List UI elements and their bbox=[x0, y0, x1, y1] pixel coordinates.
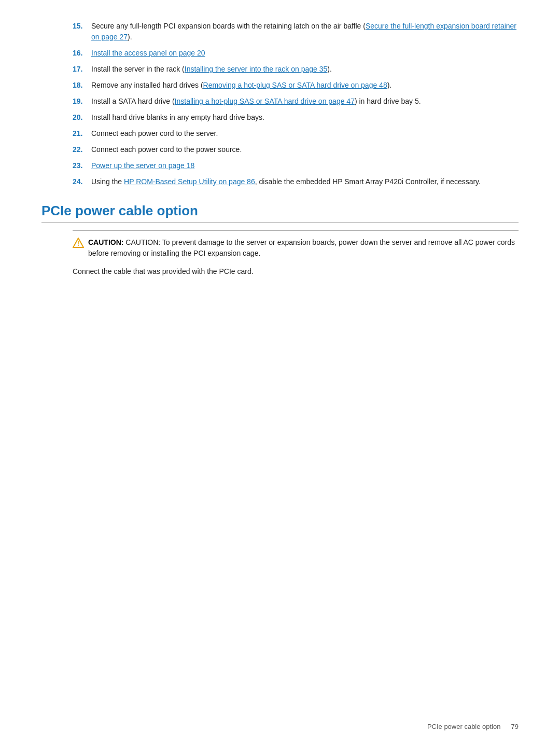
list-content-24: Using the HP ROM-Based Setup Utility on … bbox=[91, 176, 519, 187]
list-item-20: 20. Install hard drive blanks in any emp… bbox=[73, 112, 519, 123]
list-content-21: Connect each power cord to the server. bbox=[91, 128, 519, 139]
list-number-19: 19. bbox=[73, 96, 91, 107]
list-number-17: 17. bbox=[73, 64, 91, 75]
list-number-18: 18. bbox=[73, 80, 91, 91]
svg-text:!: ! bbox=[77, 240, 79, 247]
list-content-16: Install the access panel on page 20 bbox=[91, 48, 519, 59]
list-text-before-15: Secure any full-length PCI expansion boa… bbox=[91, 22, 366, 30]
list-item-24: 24. Using the HP ROM-Based Setup Utility… bbox=[73, 176, 519, 187]
footer: PCIe power cable option 79 bbox=[427, 723, 519, 730]
page-container: 15. Secure any full-length PCI expansion… bbox=[0, 0, 560, 746]
list-number-15: 15. bbox=[73, 21, 91, 43]
list-item-23: 23. Power up the server on page 18 bbox=[73, 160, 519, 171]
list-content-18: Remove any installed hard drives (Removi… bbox=[91, 80, 519, 91]
list-text-20: Install hard drive blanks in any empty h… bbox=[91, 113, 264, 121]
caution-body: CAUTION: To prevent damage to the server… bbox=[88, 238, 515, 257]
list-number-23: 23. bbox=[73, 160, 91, 171]
list-content-22: Connect each power cord to the power sou… bbox=[91, 144, 519, 155]
list-number-24: 24. bbox=[73, 176, 91, 187]
caution-box: ! CAUTION: CAUTION: To prevent damage to… bbox=[73, 237, 519, 259]
list-number-22: 22. bbox=[73, 144, 91, 155]
list-text-before-24: Using the bbox=[91, 177, 124, 186]
list-text-21: Connect each power cord to the server. bbox=[91, 129, 218, 137]
list-text-after-15: ). bbox=[128, 33, 132, 41]
list-content-20: Install hard drive blanks in any empty h… bbox=[91, 112, 519, 123]
list-content-23: Power up the server on page 18 bbox=[91, 160, 519, 171]
list-text-after-17: ). bbox=[327, 65, 332, 73]
list-item-22: 22. Connect each power cord to the power… bbox=[73, 144, 519, 155]
list-link-18[interactable]: Removing a hot-plug SAS or SATA hard dri… bbox=[203, 81, 387, 89]
list-item-15: 15. Secure any full-length PCI expansion… bbox=[73, 21, 519, 43]
list-link-23[interactable]: Power up the server on page 18 bbox=[91, 161, 194, 170]
list-link-24[interactable]: HP ROM-Based Setup Utility on page 86 bbox=[124, 177, 255, 186]
footer-section-label: PCIe power cable option bbox=[427, 723, 501, 730]
list-number-20: 20. bbox=[73, 112, 91, 123]
section-heading: PCIe power cable option bbox=[41, 203, 519, 223]
list-text-after-18: ). bbox=[387, 81, 392, 89]
list-text-before-17: Install the server in the rack ( bbox=[91, 65, 185, 73]
list-link-17[interactable]: Installing the server into the rack on p… bbox=[185, 65, 328, 73]
list-item-21: 21. Connect each power cord to the serve… bbox=[73, 128, 519, 139]
list-text-22: Connect each power cord to the power sou… bbox=[91, 145, 242, 154]
list-text-before-18: Remove any installed hard drives ( bbox=[91, 81, 203, 89]
list-content-17: Install the server in the rack (Installi… bbox=[91, 64, 519, 75]
list-link-19[interactable]: Installing a hot-plug SAS or SATA hard d… bbox=[175, 97, 355, 105]
caution-icon: ! bbox=[73, 238, 84, 248]
list-item-17: 17. Install the server in the rack (Inst… bbox=[73, 64, 519, 75]
list-number-21: 21. bbox=[73, 128, 91, 139]
list-text-after-19: ) in hard drive bay 5. bbox=[355, 97, 421, 105]
numbered-list: 15. Secure any full-length PCI expansion… bbox=[73, 21, 519, 187]
list-link-16[interactable]: Install the access panel on page 20 bbox=[91, 49, 205, 57]
footer-page-number: 79 bbox=[511, 723, 519, 730]
list-text-after-24: , disable the embedded HP Smart Array P4… bbox=[255, 177, 481, 186]
caution-text: CAUTION: CAUTION: To prevent damage to t… bbox=[88, 237, 519, 259]
caution-label: CAUTION: bbox=[88, 238, 123, 246]
list-item-19: 19. Install a SATA hard drive (Installin… bbox=[73, 96, 519, 107]
list-item-18: 18. Remove any installed hard drives (Re… bbox=[73, 80, 519, 91]
caution-separator bbox=[73, 230, 519, 231]
list-text-before-19: Install a SATA hard drive ( bbox=[91, 97, 175, 105]
list-content-19: Install a SATA hard drive (Installing a … bbox=[91, 96, 519, 107]
list-item-16: 16. Install the access panel on page 20 bbox=[73, 48, 519, 59]
connect-text: Connect the cable that was provided with… bbox=[73, 266, 519, 277]
list-content-15: Secure any full-length PCI expansion boa… bbox=[91, 21, 519, 43]
list-number-16: 16. bbox=[73, 48, 91, 59]
